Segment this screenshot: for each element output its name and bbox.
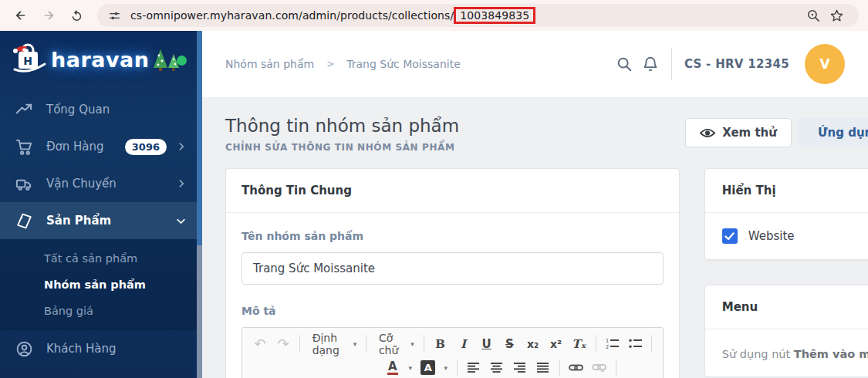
notification-bell-icon[interactable] — [637, 51, 664, 77]
background-color-caret[interactable]: ▾ — [440, 357, 452, 378]
font-size-dropdown-label: Cỡ chữ — [379, 332, 398, 356]
bookmark-star-icon[interactable] — [825, 4, 848, 27]
online-status-dot — [177, 56, 187, 66]
top-header: Nhóm sản phẩm > Trang Sức Moissanite CS … — [202, 31, 868, 97]
eye-icon — [700, 127, 715, 139]
italic-icon[interactable]: I — [452, 333, 475, 354]
sidebar-item-label: Tổng Quan — [46, 103, 110, 116]
editor-toolbar-row-1: ↶ ↷ Định dạng ▾ Cỡ chữ — [248, 332, 657, 356]
superscript-icon[interactable]: x² — [545, 333, 568, 354]
bold-icon[interactable]: B — [429, 333, 452, 354]
sidebar-item-label: Khách Hàng — [46, 342, 117, 356]
general-info-card: Thông Tin Chung Tên nhóm sản phẩm Mô tả … — [225, 168, 680, 378]
sidebar-item-san-pham[interactable]: Sản Phẩm — [0, 202, 202, 239]
rich-text-editor[interactable]: ↶ ↷ Định dạng ▾ Cỡ chữ — [241, 327, 664, 378]
site-info-icon[interactable] — [108, 9, 121, 22]
sidebar-item-khach-hang[interactable]: Khách Hàng — [0, 330, 202, 367]
submenu-item-tat-ca-san-pham[interactable]: Tất cả sản phẩm — [0, 245, 202, 272]
collection-name-input[interactable] — [241, 252, 664, 285]
url-text: cs-omnipower.myharavan.com/admin/product… — [130, 8, 535, 22]
san-pham-submenu: Tất cả sản phẩm Nhóm sản phẩm Bảng giá — [0, 239, 202, 330]
submenu-label: Bảng giá — [44, 305, 93, 317]
menu-hint-prefix: Sử dụng nút — [722, 348, 794, 360]
submenu-item-bang-gia[interactable]: Bảng giá — [0, 298, 202, 324]
caret-down-icon: ▾ — [410, 340, 414, 348]
submenu-label: Nhóm sản phẩm — [44, 278, 146, 291]
cart-icon — [15, 137, 34, 156]
text-color-caret[interactable]: ▾ — [404, 357, 417, 378]
back-arrow-icon — [14, 8, 28, 22]
preview-button[interactable]: Xem thử — [685, 118, 792, 147]
website-checkbox-label: Website — [748, 229, 795, 243]
page-title: Thông tin nhóm sản phẩm — [225, 116, 459, 136]
visibility-card-title: Hiển Thị — [705, 169, 868, 213]
align-right-icon[interactable] — [508, 357, 532, 378]
avatar[interactable]: V — [805, 44, 845, 84]
menu-hint-text: Sử dụng nút Thêm vào menu — [722, 345, 868, 364]
haravan-logo[interactable]: H haravan — [0, 31, 202, 88]
page-zoom-icon[interactable] — [802, 4, 825, 27]
text-color-icon[interactable]: A — [381, 357, 404, 378]
format-dropdown[interactable]: Định dạng ▾ — [305, 333, 362, 354]
align-center-icon[interactable] — [485, 357, 508, 378]
menu-card-title: Menu — [705, 285, 868, 329]
ordered-list-icon[interactable]: 12 — [600, 333, 623, 354]
apps-button[interactable]: Ứng dụng — [798, 118, 868, 147]
browser-forward-button[interactable] — [37, 4, 60, 27]
page-content: Thông tin nhóm sản phẩm CHỈNH SỬA THÔNG … — [202, 97, 868, 378]
chevron-down-icon — [175, 215, 187, 227]
check-icon — [724, 232, 735, 241]
sidebar-item-don-hang[interactable]: Đơn Hàng 3096 — [0, 128, 202, 165]
chevron-right-icon — [176, 178, 187, 189]
browser-back-button[interactable] — [9, 4, 32, 27]
breadcrumb-parent-link[interactable]: Nhóm sản phẩm — [225, 58, 314, 70]
url-collection-id-annotation: 1003849835 — [454, 7, 535, 24]
sidebar-item-van-chuyen[interactable]: Vận Chuyển — [0, 165, 202, 202]
align-justify-icon[interactable] — [532, 357, 555, 378]
submenu-label: Tất cả sản phẩm — [44, 252, 137, 265]
font-size-dropdown[interactable]: Cỡ chữ ▾ — [371, 333, 419, 354]
submenu-item-nhom-san-pham[interactable]: Nhóm sản phẩm — [0, 272, 202, 298]
trending-chart-icon — [15, 100, 34, 119]
svg-text:H: H — [23, 55, 32, 67]
format-dropdown-label: Định dạng — [312, 332, 341, 356]
account-name[interactable]: CS - HRV 12345 — [684, 57, 789, 71]
sidebar-item-quan-ly-ton-kho[interactable]: Quản Lý Tồn Kho — [0, 367, 202, 378]
editor-toolbar-row-2: A ▾ A ▾ — [248, 356, 657, 378]
caret-down-icon: ▾ — [353, 340, 357, 348]
visibility-card: Hiển Thị Website — [704, 168, 868, 260]
subscript-icon[interactable]: x₂ — [522, 333, 545, 354]
remove-link-icon[interactable] — [588, 357, 611, 378]
caret-down-icon: ▾ — [408, 364, 412, 372]
brand-wordmark: haravan — [51, 48, 150, 72]
website-checkbox[interactable] — [722, 228, 738, 244]
insert-link-icon[interactable] — [565, 357, 588, 378]
strikethrough-icon[interactable]: S — [498, 333, 522, 354]
search-icon[interactable] — [611, 51, 637, 77]
description-field-label: Mô tả — [241, 305, 664, 317]
name-field-label: Tên nhóm sản phẩm — [241, 230, 664, 242]
bullet-list-icon[interactable] — [623, 333, 647, 354]
sidebar-scrollbar-thumb[interactable] — [197, 31, 202, 245]
sidebar-scrollbar[interactable] — [197, 31, 202, 378]
general-card-title: Thông Tin Chung — [226, 169, 679, 213]
customer-icon — [15, 339, 34, 358]
sidebar-item-label: Vận Chuyển — [46, 177, 117, 191]
text-color-letter: A — [387, 360, 398, 376]
page-subtitle: CHỈNH SỬA THÔNG TIN NHÓM SẢN PHẨM — [225, 142, 459, 153]
browser-reload-button[interactable] — [65, 4, 88, 27]
apps-button-label: Ứng dụng — [818, 126, 868, 140]
breadcrumb-current: Trang Sức Moissanite — [346, 58, 461, 70]
address-bar[interactable]: cs-omnipower.myharavan.com/admin/product… — [97, 4, 859, 27]
preview-button-label: Xem thử — [722, 126, 777, 140]
sidebar-item-tong-quan[interactable]: Tổng Quan — [0, 91, 202, 128]
breadcrumb: Nhóm sản phẩm > Trang Sức Moissanite — [225, 58, 461, 70]
undo-icon[interactable]: ↶ — [248, 333, 272, 354]
menu-card: Menu Sử dụng nút Thêm vào menu — [704, 285, 868, 377]
browser-toolbar: cs-omnipower.myharavan.com/admin/product… — [0, 0, 868, 31]
align-left-icon[interactable] — [462, 357, 485, 378]
remove-format-icon[interactable]: Tₓ — [568, 333, 591, 354]
underline-icon[interactable]: U — [475, 333, 498, 354]
redo-icon[interactable]: ↷ — [272, 333, 295, 354]
background-color-icon[interactable]: A — [417, 357, 440, 378]
